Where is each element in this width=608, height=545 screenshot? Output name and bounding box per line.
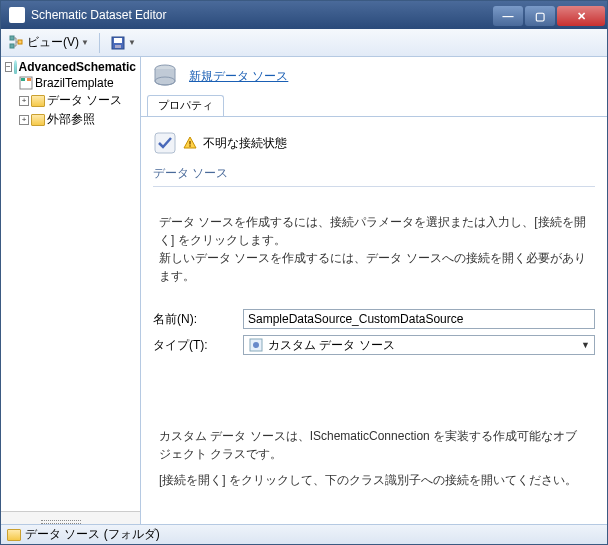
svg-rect-4 — [114, 38, 122, 43]
template-icon — [19, 76, 33, 90]
content-pane: 新規データ ソース プロパティ 不明な接続状態 データ ソース データ ソースを… — [141, 57, 607, 525]
name-input[interactable] — [243, 309, 595, 329]
chevron-down-icon: ▼ — [128, 38, 136, 47]
help-text: カスタム データ ソースは、ISchematicConnection を実装する… — [159, 427, 589, 463]
folder-icon — [31, 114, 45, 126]
svg-rect-2 — [18, 40, 22, 44]
custom-type-icon — [248, 337, 264, 353]
tree-root[interactable]: − AdvancedSchematic — [3, 59, 138, 75]
status-text: 不明な接続状態 — [203, 135, 287, 152]
minimize-button[interactable]: — — [493, 6, 523, 26]
svg-rect-5 — [115, 45, 121, 48]
tab-panel: 不明な接続状態 データ ソース データ ソースを作成するには、接続パラメータを選… — [141, 117, 607, 525]
svg-rect-13 — [189, 145, 190, 146]
tree-item[interactable]: + 外部参照 — [3, 110, 138, 129]
statusbar-text: データ ソース (フォルダ) — [25, 526, 160, 543]
view-menu-label: ビュー(V) — [27, 34, 79, 51]
name-label: 名前(N): — [153, 311, 243, 328]
folder-icon — [7, 529, 21, 541]
tree-item-label: 外部参照 — [47, 111, 95, 128]
maximize-button[interactable]: ▢ — [525, 6, 555, 26]
help-text: [接続を開く] をクリックして、下のクラス識別子への接続を開いてください。 — [159, 471, 589, 489]
save-icon — [110, 35, 126, 51]
separator — [99, 33, 100, 53]
svg-rect-1 — [10, 44, 14, 48]
window-title: Schematic Dataset Editor — [31, 8, 493, 22]
sidebar-footer — [1, 511, 140, 525]
chevron-down-icon: ▼ — [81, 38, 89, 47]
help-text: データ ソースを作成するには、接続パラメータを選択または入力し、[接続を開く] … — [159, 213, 589, 249]
close-button[interactable]: ✕ — [557, 6, 605, 26]
datasource-icon — [151, 62, 179, 90]
tree-root-label: AdvancedSchematic — [19, 60, 136, 74]
tab-properties[interactable]: プロパティ — [147, 95, 224, 116]
svg-rect-12 — [189, 141, 190, 145]
expand-icon[interactable]: + — [19, 115, 29, 125]
tree-item[interactable]: BrazilTemplate — [3, 75, 138, 91]
tree-view[interactable]: − AdvancedSchematic BrazilTemplate + データ… — [1, 57, 140, 131]
expand-icon[interactable]: + — [19, 96, 29, 106]
chevron-down-icon: ▼ — [581, 340, 590, 350]
tabstrip: プロパティ — [141, 95, 607, 117]
folder-icon — [31, 95, 45, 107]
tree-view-icon — [9, 35, 25, 51]
type-label: タイプ(T): — [153, 337, 243, 354]
view-menu[interactable]: ビュー(V) ▼ — [5, 32, 93, 53]
toolbar: ビュー(V) ▼ ▼ — [1, 29, 607, 57]
warning-icon — [183, 136, 197, 150]
tree-item-label: BrazilTemplate — [35, 76, 114, 90]
svg-rect-8 — [27, 78, 31, 81]
status-icon — [153, 131, 177, 155]
database-icon — [14, 60, 17, 74]
group-title: データ ソース — [153, 161, 595, 187]
sidebar: − AdvancedSchematic BrazilTemplate + データ… — [1, 57, 141, 525]
svg-rect-0 — [10, 36, 14, 40]
statusbar: データ ソース (フォルダ) — [1, 524, 607, 544]
tree-item-label: データ ソース — [47, 92, 122, 109]
collapse-icon[interactable]: − — [5, 62, 12, 72]
type-value: カスタム データ ソース — [268, 337, 395, 354]
help-text: 新しいデータ ソースを作成するには、データ ソースへの接続を開く必要があります。 — [159, 249, 589, 285]
new-datasource-link[interactable]: 新規データ ソース — [189, 68, 288, 85]
titlebar: Schematic Dataset Editor — ▢ ✕ — [1, 1, 607, 29]
svg-rect-7 — [21, 78, 25, 81]
app-icon — [9, 7, 25, 23]
type-select[interactable]: カスタム データ ソース ▼ — [243, 335, 595, 355]
save-button[interactable]: ▼ — [106, 33, 140, 53]
svg-point-15 — [253, 342, 259, 348]
tree-item[interactable]: + データ ソース — [3, 91, 138, 110]
